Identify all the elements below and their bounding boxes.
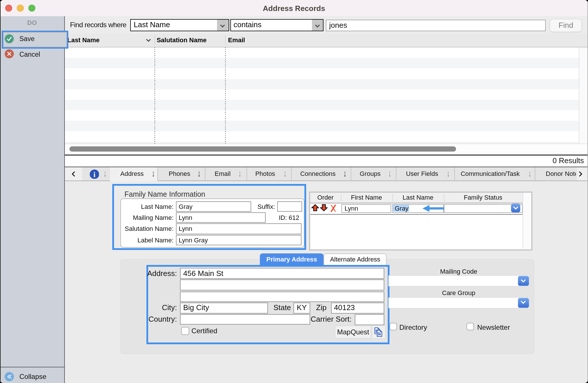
svg-text:i: i	[93, 170, 95, 178]
